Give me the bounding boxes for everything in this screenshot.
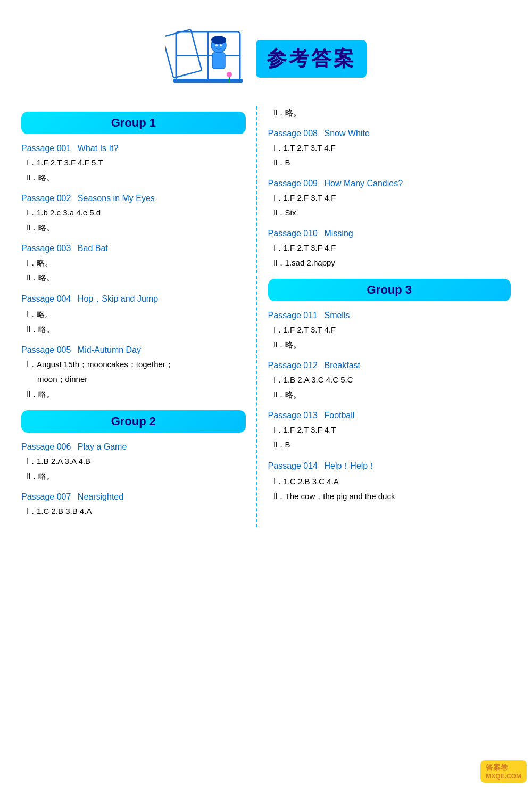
passage-011: Passage 011 Smells Ⅰ．1.F 2.T 3.T 4.F Ⅱ．略… — [268, 311, 511, 351]
watermark-line1: 答案卷 — [486, 763, 521, 773]
title-text: 参考答案 — [267, 47, 356, 70]
p008-ans2: Ⅱ．B — [268, 156, 511, 169]
passage-014: Passage 014 Help！Help！ Ⅰ．1.C 2.B 3.C 4.A… — [268, 461, 511, 503]
p011-ans1: Ⅰ．1.F 2.T 3.T 4.F — [268, 324, 511, 336]
page-container: 参考答案 Group 1 Passage 001 What Is It? Ⅰ．1… — [0, 0, 532, 788]
passage-009: Passage 009 How Many Candies? Ⅰ．1.F 2.F … — [268, 179, 511, 219]
passage-008: Passage 008 Snow White Ⅰ．1.T 2.T 3.T 4.F… — [268, 129, 511, 169]
passage-003: Passage 003 Bad Bat Ⅰ．略。 Ⅱ．略。 — [21, 244, 246, 284]
passage-003-title: Passage 003 Bad Bat — [21, 244, 246, 253]
p003-ans2: Ⅱ．略。 — [21, 271, 246, 284]
passage-002-title: Passage 002 Seasons in My Eyes — [21, 194, 246, 203]
p003-ans1: Ⅰ．略。 — [21, 256, 246, 269]
svg-rect-9 — [212, 53, 225, 69]
group2-label: Group 2 — [111, 414, 156, 428]
p004-ans1: Ⅰ．略。 — [21, 308, 246, 321]
title-banner: 参考答案 — [256, 40, 367, 78]
p002-ans1: Ⅰ．1.b 2.c 3.a 4.e 5.d — [21, 206, 246, 219]
p008-ans1: Ⅰ．1.T 2.T 3.T 4.F — [268, 142, 511, 154]
group3-label: Group 3 — [367, 283, 412, 296]
passage-011-title: Passage 011 Smells — [268, 311, 511, 320]
passage-013: Passage 013 Football Ⅰ．1.F 2.T 3.F 4.T Ⅱ… — [268, 411, 511, 451]
p005-ans1: Ⅰ．August 15th；mooncakes；together； — [21, 358, 246, 371]
p007-ans2: Ⅱ．略。 — [268, 106, 511, 119]
passage-012: Passage 012 Breakfast Ⅰ．1.B 2.A 3.C 4.C … — [268, 361, 511, 401]
svg-point-11 — [227, 72, 232, 77]
passage-010: Passage 010 Missing Ⅰ．1.F 2.T 3.F 4.F Ⅱ．… — [268, 229, 511, 269]
passage-008-title: Passage 008 Snow White — [268, 129, 511, 138]
p013-ans1: Ⅰ．1.F 2.T 3.F 4.T — [268, 424, 511, 436]
p002-ans2: Ⅱ．略。 — [21, 221, 246, 234]
p014-ans1: Ⅰ．1.C 2.B 3.C 4.A — [268, 475, 511, 488]
p005-ans1b: moon；dinner — [21, 373, 246, 386]
p012-ans2: Ⅱ．略。 — [268, 388, 511, 401]
group2-header: Group 2 — [21, 410, 246, 433]
watermark: 答案卷 MXQE.COM — [480, 760, 527, 783]
passage-001-title: Passage 001 What Is It? — [21, 144, 246, 153]
svg-point-8 — [220, 44, 222, 46]
p010-ans2: Ⅱ．1.sad 2.happy — [268, 256, 511, 269]
passage-001: Passage 001 What Is It? Ⅰ．1.F 2.T 3.F 4.… — [21, 144, 246, 184]
p001-ans2: Ⅱ．略。 — [21, 171, 246, 184]
header-area: 参考答案 — [0, 11, 532, 90]
passage-006: Passage 006 Play a Game Ⅰ．1.B 2.A 3.A 4.… — [21, 442, 246, 483]
p012-ans1: Ⅰ．1.B 2.A 3.C 4.C 5.C — [268, 374, 511, 386]
svg-rect-10 — [173, 79, 243, 83]
p006-ans1: Ⅰ．1.B 2.A 3.A 4.B — [21, 455, 246, 468]
right-column: Ⅱ．略。 Passage 008 Snow White Ⅰ．1.T 2.T 3.… — [256, 106, 511, 527]
header-illustration — [165, 27, 251, 90]
passage-010-title: Passage 010 Missing — [268, 229, 511, 238]
p005-ans2: Ⅱ．略。 — [21, 388, 246, 401]
p010-ans1: Ⅰ．1.F 2.T 3.F 4.F — [268, 242, 511, 254]
passage-006-title: Passage 006 Play a Game — [21, 442, 246, 452]
group3-header: Group 3 — [268, 279, 511, 301]
passage-004: Passage 004 Hop，Skip and Jump Ⅰ．略。 Ⅱ．略。 — [21, 294, 246, 336]
watermark-line2: MXQE.COM — [486, 773, 521, 780]
left-column: Group 1 Passage 001 What Is It? Ⅰ．1.F 2.… — [21, 106, 256, 527]
passage-007-title: Passage 007 Nearsighted — [21, 492, 246, 502]
p001-ans1: Ⅰ．1.F 2.T 3.F 4.F 5.T — [21, 156, 246, 169]
p014-ans2: Ⅱ．The cow，the pig and the duck — [268, 490, 511, 503]
svg-point-6 — [211, 36, 226, 44]
passage-012-title: Passage 012 Breakfast — [268, 361, 511, 370]
p007-ans1: Ⅰ．1.C 2.B 3.B 4.A — [21, 505, 246, 518]
group1-header: Group 1 — [21, 112, 246, 134]
svg-point-7 — [215, 44, 218, 46]
passage-002: Passage 002 Seasons in My Eyes Ⅰ．1.b 2.c… — [21, 194, 246, 234]
p004-ans2: Ⅱ．略。 — [21, 323, 246, 336]
passage-007-ii: Ⅱ．略。 — [268, 106, 511, 119]
p009-ans1: Ⅰ．1.F 2.F 3.T 4.F — [268, 192, 511, 204]
passage-005: Passage 005 Mid-Autumn Day Ⅰ．August 15th… — [21, 345, 246, 401]
p009-ans2: Ⅱ．Six. — [268, 206, 511, 219]
p013-ans2: Ⅱ．B — [268, 438, 511, 451]
p011-ans2: Ⅱ．略。 — [268, 338, 511, 351]
passage-013-title: Passage 013 Football — [268, 411, 511, 420]
svg-rect-4 — [165, 29, 202, 78]
p006-ans2: Ⅱ．略。 — [21, 470, 246, 483]
group1-label: Group 1 — [111, 116, 156, 129]
passage-014-title: Passage 014 Help！Help！ — [268, 461, 511, 472]
passage-009-title: Passage 009 How Many Candies? — [268, 179, 511, 188]
passage-004-title: Passage 004 Hop，Skip and Jump — [21, 294, 246, 305]
passage-005-title: Passage 005 Mid-Autumn Day — [21, 345, 246, 355]
content-area: Group 1 Passage 001 What Is It? Ⅰ．1.F 2.… — [0, 106, 532, 527]
passage-007: Passage 007 Nearsighted Ⅰ．1.C 2.B 3.B 4.… — [21, 492, 246, 518]
